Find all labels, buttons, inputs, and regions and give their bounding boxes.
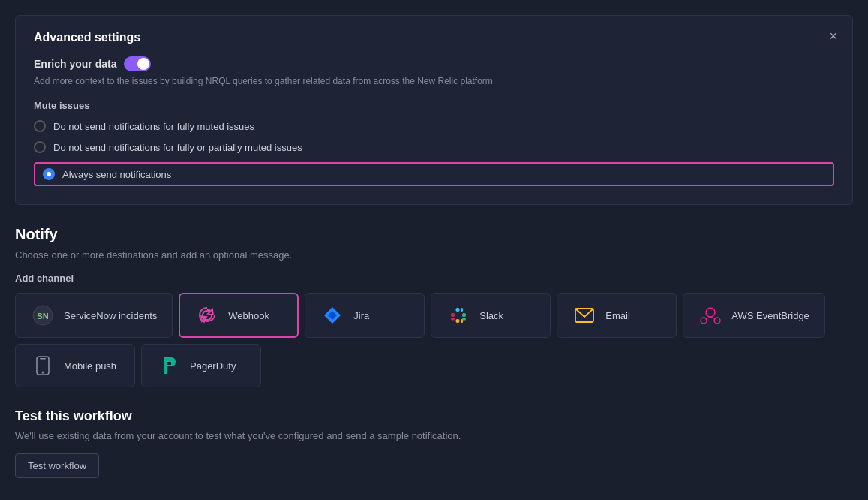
- webhook-icon: [195, 303, 219, 327]
- pagerduty-icon: [157, 354, 181, 378]
- jira-icon: [320, 303, 344, 327]
- svg-rect-18: [40, 358, 46, 360]
- mute-issues-label: Mute issues: [34, 100, 834, 111]
- webhook-label: Webhook: [228, 310, 269, 321]
- add-channel-label: Add channel: [15, 273, 853, 284]
- mute-option-3[interactable]: Always send notifications: [34, 162, 834, 186]
- email-icon: [572, 303, 596, 327]
- svg-point-17: [42, 372, 44, 374]
- pagerduty-label: PagerDuty: [190, 360, 236, 372]
- svg-point-11: [706, 308, 715, 317]
- svg-rect-3: [451, 318, 455, 321]
- test-workflow-description: We'll use existing data from your accoun…: [15, 430, 853, 441]
- mute-option-3-text: Always send notifications: [62, 169, 171, 180]
- slack-label: Slack: [479, 310, 503, 321]
- servicenow-label: ServiceNow incidents: [64, 310, 157, 321]
- aws-label: AWS EventBridge: [731, 310, 809, 321]
- mute-option-2-text: Do not send notifications for fully or p…: [53, 142, 302, 153]
- mobile-icon: [31, 354, 55, 378]
- test-workflow-title: Test this workflow: [15, 408, 853, 424]
- channel-jira[interactable]: Jira: [305, 293, 425, 338]
- mute-issues-radio-group: Do not send notifications for fully mute…: [34, 120, 834, 186]
- svg-rect-5: [461, 308, 463, 312]
- slack-icon: [446, 303, 470, 327]
- svg-text:SN: SN: [37, 312, 48, 321]
- svg-rect-19: [167, 362, 171, 365]
- close-button[interactable]: ×: [826, 26, 840, 46]
- svg-rect-6: [462, 313, 466, 317]
- enrich-row: Enrich your data: [34, 56, 834, 71]
- mute-option-1[interactable]: Do not send notifications for fully mute…: [34, 120, 834, 132]
- channel-email[interactable]: Email: [557, 293, 677, 338]
- test-workflow-section: Test this workflow We'll use existing da…: [15, 408, 853, 478]
- radio-circle-3: [43, 168, 55, 180]
- channel-aws[interactable]: AWS EventBridge: [683, 293, 825, 338]
- mobile-label: Mobile push: [64, 360, 116, 372]
- advanced-settings-title: Advanced settings: [34, 31, 834, 44]
- mute-option-2[interactable]: Do not send notifications for fully or p…: [34, 141, 834, 153]
- channel-webhook[interactable]: Webhook: [179, 293, 299, 338]
- jira-label: Jira: [353, 310, 369, 321]
- aws-icon: [698, 303, 722, 327]
- enrich-description: Add more context to the issues by buildi…: [34, 76, 834, 86]
- notify-title: Notify: [15, 226, 853, 243]
- servicenow-icon: SN: [31, 303, 55, 327]
- channel-grid: SN ServiceNow incidents Webhook: [15, 293, 853, 387]
- radio-circle-2: [34, 141, 46, 153]
- svg-rect-2: [451, 313, 455, 317]
- notify-description: Choose one or more destinations and add …: [15, 249, 853, 261]
- mute-option-1-text: Do not send notifications for fully mute…: [53, 121, 254, 132]
- enrich-label: Enrich your data: [34, 58, 116, 70]
- channel-mobile[interactable]: Mobile push: [15, 344, 135, 387]
- channel-pagerduty[interactable]: PagerDuty: [141, 344, 261, 387]
- notify-section: Notify Choose one or more destinations a…: [15, 226, 853, 387]
- email-label: Email: [605, 310, 630, 321]
- svg-rect-9: [461, 319, 463, 323]
- channel-slack[interactable]: Slack: [431, 293, 551, 338]
- enrich-toggle[interactable]: [124, 56, 151, 71]
- svg-rect-8: [456, 319, 460, 323]
- channel-servicenow[interactable]: SN ServiceNow incidents: [15, 293, 173, 338]
- svg-rect-4: [456, 308, 460, 312]
- advanced-settings-card: Advanced settings × Enrich your data Add…: [15, 15, 853, 205]
- radio-circle-1: [34, 120, 46, 132]
- test-workflow-button[interactable]: Test workflow: [15, 453, 99, 478]
